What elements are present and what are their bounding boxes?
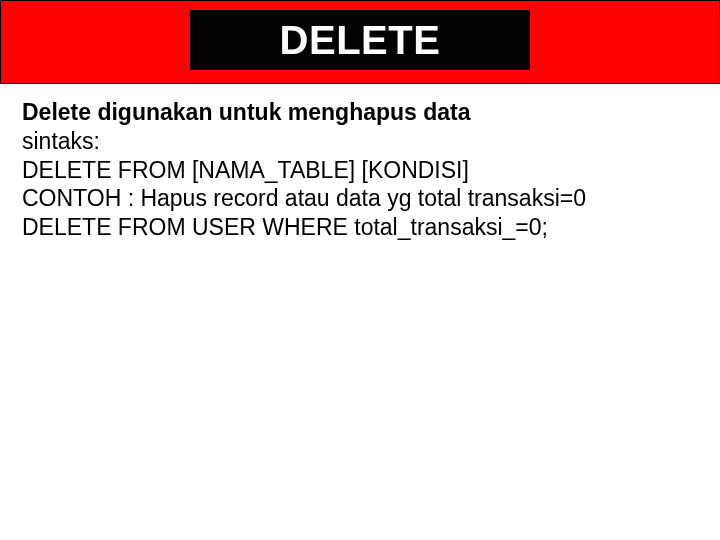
slide-title: DELETE (280, 18, 441, 63)
example-line: DELETE FROM USER WHERE total_transaksi_=… (22, 213, 698, 242)
slide-content: Delete digunakan untuk menghapus data si… (0, 84, 720, 242)
title-box: DELETE (190, 10, 530, 70)
description-line: Delete digunakan untuk menghapus data (22, 98, 698, 127)
slide-header: DELETE (0, 0, 720, 84)
syntax-line: DELETE FROM [NAMA_TABLE] [KONDISI] (22, 156, 698, 185)
example-label: CONTOH : Hapus record atau data yg total… (22, 184, 698, 213)
syntax-label: sintaks: (22, 127, 698, 156)
